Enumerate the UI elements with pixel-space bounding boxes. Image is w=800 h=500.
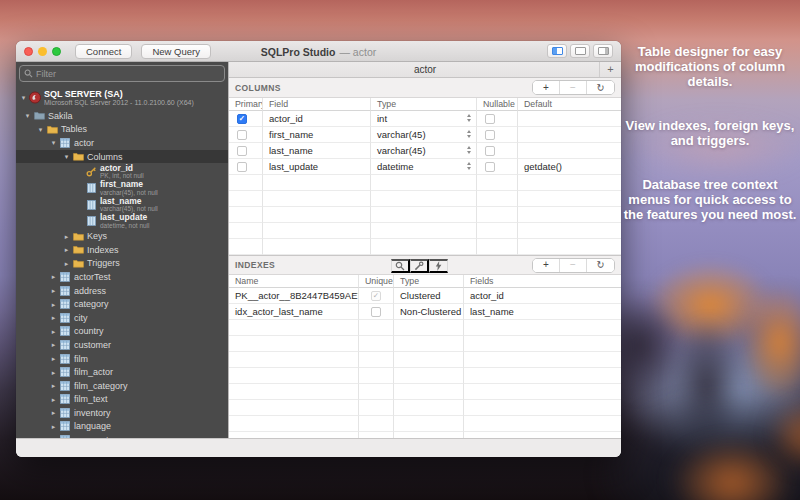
index-empty-row[interactable] <box>229 352 621 368</box>
index-name-cell[interactable]: PK__actor__8B2447B459AE7... <box>229 288 359 304</box>
tree-item-film[interactable]: ▸film <box>16 352 228 366</box>
field-cell[interactable]: last_name <box>263 143 371 159</box>
disclosure-right-icon[interactable]: ▸ <box>48 328 59 335</box>
triggers-button[interactable] <box>429 259 448 273</box>
nullable-checkbox[interactable] <box>485 114 495 124</box>
tree-item-tables[interactable]: ▾Tables <box>16 123 228 137</box>
zoom-button[interactable] <box>52 47 61 56</box>
index-empty-row[interactable] <box>229 416 621 432</box>
type-stepper[interactable] <box>467 114 471 122</box>
disclosure-down-icon[interactable]: ▾ <box>22 112 33 119</box>
index-empty-row[interactable] <box>229 432 621 438</box>
index-empty-row[interactable] <box>229 336 621 352</box>
column-empty-row[interactable] <box>229 207 621 223</box>
primary-checkbox[interactable] <box>237 114 247 124</box>
index-name-cell[interactable]: idx_actor_last_name <box>229 304 359 320</box>
disclosure-down-icon[interactable]: ▾ <box>61 153 72 160</box>
tree-item-keys[interactable]: ▸Keys <box>16 229 228 243</box>
disclosure-down-icon[interactable]: ▾ <box>48 139 59 146</box>
tree-item-city[interactable]: ▸city <box>16 311 228 325</box>
disclosure-right-icon[interactable]: ▸ <box>48 341 59 348</box>
tree-item-film-actor[interactable]: ▸film_actor <box>16 365 228 379</box>
maintenance-button[interactable] <box>410 259 429 273</box>
default-cell[interactable]: getdate() <box>518 159 621 175</box>
disclosure-right-icon[interactable]: ▸ <box>48 382 59 389</box>
tree-item-category[interactable]: ▸category <box>16 297 228 311</box>
disclosure-right-icon[interactable]: ▸ <box>48 355 59 362</box>
tree-item-actortest[interactable]: ▸actorTest <box>16 270 228 284</box>
column-empty-row[interactable] <box>229 191 621 207</box>
disclosure-right-icon[interactable]: ▸ <box>48 369 59 376</box>
disclosure-down-icon[interactable]: ▾ <box>18 94 29 101</box>
new-query-button[interactable]: New Query <box>141 44 211 59</box>
field-cell[interactable]: first_name <box>263 127 371 143</box>
primary-checkbox[interactable] <box>237 162 247 172</box>
nullable-checkbox[interactable] <box>485 146 495 156</box>
default-cell[interactable] <box>518 111 621 127</box>
tree-item-language[interactable]: ▸language <box>16 420 228 434</box>
index-type-cell[interactable]: Clustered <box>394 288 464 304</box>
type-stepper[interactable] <box>467 130 471 138</box>
nullable-checkbox[interactable] <box>485 130 495 140</box>
tab-actor[interactable]: actor <box>414 64 436 75</box>
tree-item-inventory[interactable]: ▸inventory <box>16 406 228 420</box>
tree-item-indexes[interactable]: ▸Indexes <box>16 243 228 257</box>
remove-column-button[interactable]: − <box>560 81 587 94</box>
tree-item-columns[interactable]: ▾Columns <box>16 150 228 164</box>
column-row-last-name[interactable]: last_namevarchar(45) <box>229 143 621 159</box>
minimize-button[interactable] <box>38 47 47 56</box>
index-row-pk-actor-8b2447b459ae7-[interactable]: PK__actor__8B2447B459AE7...Clusteredacto… <box>229 288 621 304</box>
type-cell[interactable]: varchar(45) <box>371 143 477 159</box>
default-cell[interactable] <box>518 143 621 159</box>
tree-item-triggers[interactable]: ▸Triggers <box>16 257 228 271</box>
disclosure-right-icon[interactable]: ▸ <box>61 246 72 253</box>
nullable-checkbox[interactable] <box>485 162 495 172</box>
disclosure-right-icon[interactable]: ▸ <box>48 273 59 280</box>
column-empty-row[interactable] <box>229 239 621 255</box>
index-empty-row[interactable] <box>229 320 621 336</box>
disclosure-right-icon[interactable]: ▸ <box>48 314 59 321</box>
type-stepper[interactable] <box>467 162 471 170</box>
index-fields-cell[interactable]: last_name <box>464 304 621 320</box>
connect-button[interactable]: Connect <box>75 44 132 59</box>
disclosure-right-icon[interactable]: ▸ <box>48 287 59 294</box>
search-indexes-button[interactable] <box>391 259 410 273</box>
type-cell[interactable]: varchar(45) <box>371 127 477 143</box>
default-cell[interactable] <box>518 127 621 143</box>
index-empty-row[interactable] <box>229 384 621 400</box>
primary-checkbox[interactable] <box>237 130 247 140</box>
refresh-indexes-button[interactable]: ↻ <box>587 259 614 272</box>
filter-box[interactable] <box>19 65 225 82</box>
refresh-columns-button[interactable]: ↻ <box>587 81 614 94</box>
disclosure-right-icon[interactable]: ▸ <box>48 396 59 403</box>
disclosure-down-icon[interactable]: ▾ <box>35 126 46 133</box>
type-cell[interactable]: int <box>371 111 477 127</box>
tree-item-film-text[interactable]: ▸film_text <box>16 393 228 407</box>
close-button[interactable] <box>24 47 33 56</box>
tree-item-last-name[interactable]: last_namevarchar(45), not null <box>16 196 228 213</box>
toggle-sidebar-button[interactable] <box>547 44 567 58</box>
unique-checkbox[interactable] <box>371 307 381 317</box>
tree-item-film-category[interactable]: ▸film_category <box>16 379 228 393</box>
remove-index-button[interactable]: − <box>560 259 587 272</box>
add-column-button[interactable]: + <box>533 81 560 94</box>
column-empty-row[interactable] <box>229 223 621 239</box>
add-index-button[interactable]: + <box>533 259 560 272</box>
column-row-first-name[interactable]: first_namevarchar(45) <box>229 127 621 143</box>
add-tab-button[interactable]: + <box>599 62 621 77</box>
disclosure-right-icon[interactable]: ▸ <box>61 260 72 267</box>
field-cell[interactable]: last_update <box>263 159 371 175</box>
tree-item-actor-id[interactable]: actor_idPK, int, not null <box>16 163 228 180</box>
column-row-last-update[interactable]: last_updatedatetimegetdate() <box>229 159 621 175</box>
unique-checkbox[interactable] <box>371 291 381 301</box>
disclosure-right-icon[interactable]: ▸ <box>61 233 72 240</box>
tree-item-address[interactable]: ▸address <box>16 284 228 298</box>
index-row-idx-actor-last-name[interactable]: idx_actor_last_nameNon-Clusteredlast_nam… <box>229 304 621 320</box>
column-empty-row[interactable] <box>229 175 621 191</box>
tree-item-first-name[interactable]: first_namevarchar(45), not null <box>16 180 228 197</box>
toggle-editor-button[interactable] <box>570 44 590 58</box>
index-empty-row[interactable] <box>229 400 621 416</box>
column-row-actor-id[interactable]: actor_idint <box>229 111 621 127</box>
primary-checkbox[interactable] <box>237 146 247 156</box>
disclosure-right-icon[interactable]: ▸ <box>48 409 59 416</box>
